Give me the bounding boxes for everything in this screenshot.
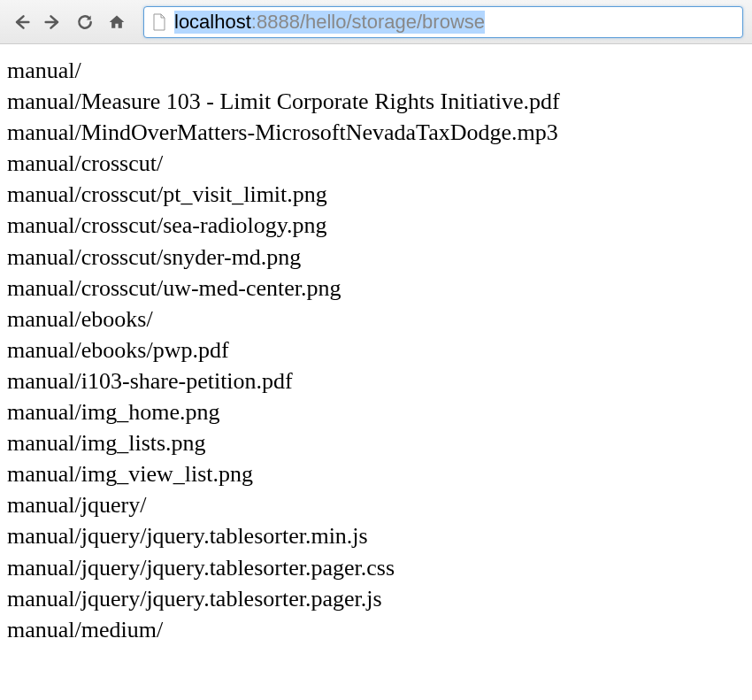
url-host: localhost (174, 11, 251, 34)
list-item[interactable]: manual/ebooks/ (7, 304, 745, 335)
list-item[interactable]: manual/img_lists.png (7, 427, 745, 458)
list-item[interactable]: manual/crosscut/uw-med-center.png (7, 273, 745, 304)
list-item[interactable]: manual/crosscut/pt_visit_limit.png (7, 179, 745, 210)
page-icon (151, 13, 167, 31)
reload-icon (76, 13, 94, 31)
arrow-left-icon (12, 13, 30, 31)
list-item[interactable]: manual/medium/ (7, 614, 745, 645)
list-item[interactable]: manual/i103-share-petition.pdf (7, 365, 745, 396)
list-item[interactable]: manual/img_view_list.png (7, 458, 745, 489)
arrow-right-icon (44, 13, 62, 31)
list-item[interactable]: manual/ebooks/pwp.pdf (7, 335, 745, 365)
list-item[interactable]: manual/jquery/jquery.tablesorter.min.js (7, 520, 745, 551)
forward-button[interactable] (41, 10, 65, 35)
list-item[interactable]: manual/crosscut/sea-radiology.png (7, 210, 745, 241)
url-port-path: :8888/hello/storage/browse (251, 11, 485, 34)
url-text[interactable]: localhost:8888/hello/storage/browse (174, 11, 485, 34)
list-item[interactable]: manual/crosscut/snyder-md.png (7, 242, 745, 273)
list-item[interactable]: manual/MindOverMatters-MicrosoftNevadaTa… (7, 117, 745, 148)
list-item[interactable]: manual/crosscut/ (7, 148, 745, 179)
home-icon (108, 13, 126, 31)
list-item[interactable]: manual/jquery/jquery.tablesorter.pager.c… (7, 552, 745, 583)
list-item[interactable]: manual/ (7, 55, 745, 86)
address-bar[interactable]: localhost:8888/hello/storage/browse (143, 6, 743, 38)
browser-toolbar: localhost:8888/hello/storage/browse (0, 0, 752, 44)
list-item[interactable]: manual/jquery/ (7, 489, 745, 520)
list-item[interactable]: manual/img_home.png (7, 396, 745, 427)
list-item[interactable]: manual/Measure 103 - Limit Corporate Rig… (7, 86, 745, 117)
list-item[interactable]: manual/jquery/jquery.tablesorter.pager.j… (7, 583, 745, 614)
reload-button[interactable] (73, 10, 97, 35)
back-button[interactable] (9, 10, 34, 35)
home-button[interactable] (104, 10, 129, 35)
file-listing: manual/ manual/Measure 103 - Limit Corpo… (0, 44, 752, 656)
